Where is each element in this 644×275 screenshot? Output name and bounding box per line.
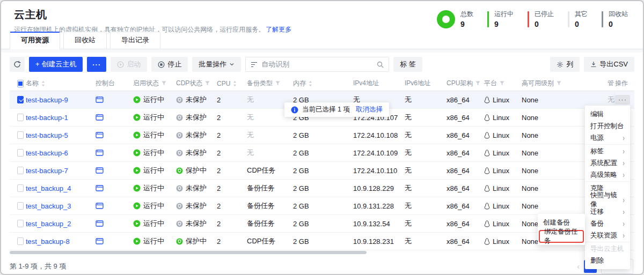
cpu-value: 2 — [217, 149, 221, 157]
filter-icon[interactable] — [556, 80, 562, 86]
row-checkbox[interactable] — [17, 237, 24, 245]
select-all-checkbox[interactable] — [17, 80, 24, 87]
pagination-range: 第 1-9 项，共 9 项 — [10, 262, 66, 271]
name-cell: test_backup-8 — [26, 237, 96, 246]
batch-actions-button[interactable]: 批量操作 — [192, 57, 241, 72]
stat-color-bar-icon — [487, 11, 489, 27]
column-label[interactable]: IPv4地址 — [353, 79, 379, 88]
status-cell: 运行中 — [133, 113, 176, 122]
learn-more-link[interactable]: 了解更多 — [266, 26, 291, 33]
column-label[interactable]: 备份类型 — [247, 79, 273, 88]
host-name-link[interactable]: test_backup_2 — [26, 220, 71, 228]
host-name-link[interactable]: test-backup-1 — [26, 114, 68, 122]
filter-icon[interactable] — [475, 80, 481, 86]
ipv6-value: 无 — [405, 95, 412, 105]
tag-button[interactable]: 标 签 — [393, 57, 422, 72]
host-name-link[interactable]: test-backup-6 — [26, 149, 68, 157]
column-label[interactable]: 名称 — [26, 79, 39, 88]
console-icon[interactable] — [96, 237, 104, 245]
column-label[interactable]: CPU — [217, 80, 230, 87]
column-label[interactable]: 高可用级别 — [522, 79, 554, 88]
column-label[interactable]: 管 — [608, 79, 614, 88]
sort-icon[interactable] — [41, 80, 46, 87]
platform-cell: Linux — [484, 167, 522, 175]
submenu-item-2[interactable]: 绑定备份任务 — [539, 230, 584, 243]
stat-value: 9 — [460, 20, 473, 28]
create-host-button[interactable]: + 创建云主机 — [29, 57, 83, 72]
console-icon[interactable] — [96, 96, 104, 103]
menu-item-4[interactable]: 标签› — [585, 145, 630, 157]
console-icon[interactable] — [96, 149, 104, 157]
prev-page-icon[interactable]: ‹ — [577, 262, 580, 271]
row-checkbox[interactable] — [17, 202, 24, 210]
row-checkbox[interactable] — [17, 220, 24, 227]
host-name-link[interactable]: test-backup-7 — [26, 167, 68, 175]
menu-item-6[interactable]: 高级策略› — [585, 169, 630, 181]
row-checkbox[interactable] — [17, 167, 24, 174]
row-checkbox[interactable] — [17, 114, 24, 121]
menu-item-10[interactable]: 备份› — [585, 218, 630, 229]
filter-icon[interactable] — [499, 80, 505, 86]
column-label[interactable]: 内存 — [293, 79, 306, 88]
column-label[interactable]: 操作 — [615, 79, 628, 88]
more-actions-button[interactable]: ··· — [87, 57, 106, 72]
column-label[interactable]: 平台 — [484, 79, 497, 88]
filter-icon[interactable] — [204, 80, 210, 86]
column-label[interactable]: 启用状态 — [133, 79, 159, 88]
console-cell — [96, 149, 133, 157]
host-name-link[interactable]: test-backup-5 — [26, 131, 68, 139]
menu-divider — [585, 242, 630, 242]
console-icon[interactable] — [96, 220, 104, 227]
arch-cell: x86_64 — [447, 202, 484, 210]
host-name-link[interactable]: test_backup_3 — [26, 202, 71, 210]
ha-value: None — [522, 131, 538, 139]
memory-value: 2 GB — [293, 184, 309, 192]
host-name-link[interactable]: test-backup-9 — [26, 96, 68, 104]
column-label[interactable]: CPU架构 — [447, 79, 473, 88]
host-name-link[interactable]: test_backup_4 — [26, 184, 71, 192]
stop-button[interactable]: 停止 — [151, 57, 188, 72]
console-icon[interactable] — [96, 167, 104, 174]
console-icon[interactable] — [96, 131, 104, 139]
tab-回收站[interactable]: 回收站 — [63, 32, 107, 49]
sort-icon[interactable] — [232, 80, 237, 87]
chevron-right-icon: › — [623, 147, 625, 155]
export-csv-button[interactable]: 导出CSV — [584, 57, 634, 72]
row-checkbox[interactable] — [17, 131, 24, 139]
row-checkbox[interactable] — [17, 184, 24, 192]
menu-item-2[interactable]: 打开控制台 — [585, 120, 630, 132]
tab-可用资源[interactable]: 可用资源 — [10, 32, 60, 49]
sort-icon[interactable] — [308, 80, 313, 87]
status-cell: 运行中 — [133, 183, 176, 193]
column-label[interactable]: IPv6地址 — [405, 79, 430, 88]
menu-item-13[interactable]: 删除 — [585, 255, 630, 266]
column-label[interactable]: 控制台 — [96, 79, 115, 88]
menu-item-11[interactable]: 关联资源› — [585, 229, 630, 241]
host-name-link[interactable]: test_backup-8 — [26, 237, 70, 246]
console-icon[interactable] — [96, 202, 104, 210]
start-button[interactable]: 启动 — [111, 57, 147, 72]
row-select-cell — [10, 184, 26, 192]
column-label[interactable]: CDP状态 — [176, 79, 202, 88]
menu-item-8[interactable]: 快照与镜像› — [585, 194, 630, 206]
row-actions-button[interactable]: ··· — [615, 95, 630, 105]
refresh-button[interactable] — [10, 57, 25, 72]
cpu-value: 2 — [217, 167, 221, 175]
console-icon[interactable] — [96, 114, 104, 121]
table-row: test-backup-7运行中保护中2CDP任务2 GB172.24.10.1… — [10, 162, 634, 180]
menu-item-1[interactable]: 编辑 — [585, 108, 630, 120]
scrollbar-thumb[interactable] — [10, 251, 367, 254]
menu-item-3[interactable]: 电源› — [585, 132, 630, 144]
filter-icon[interactable] — [161, 80, 167, 86]
columns-button[interactable]: 列 — [550, 57, 580, 72]
tab-导出记录[interactable]: 导出记录 — [110, 32, 160, 49]
console-icon[interactable] — [96, 184, 104, 192]
clear-selection-link[interactable]: 取消选择 — [356, 105, 383, 114]
filter-icon[interactable] — [275, 80, 281, 86]
name-cell: test-backup-9 — [26, 96, 96, 104]
row-checkbox[interactable] — [17, 149, 24, 157]
row-checkbox[interactable] — [17, 96, 24, 103]
menu-item-5[interactable]: 系统配置› — [585, 157, 630, 169]
ipv4-value: 10.9.128.229 — [353, 184, 394, 192]
search-input[interactable]: 自动识别 — [245, 57, 389, 72]
